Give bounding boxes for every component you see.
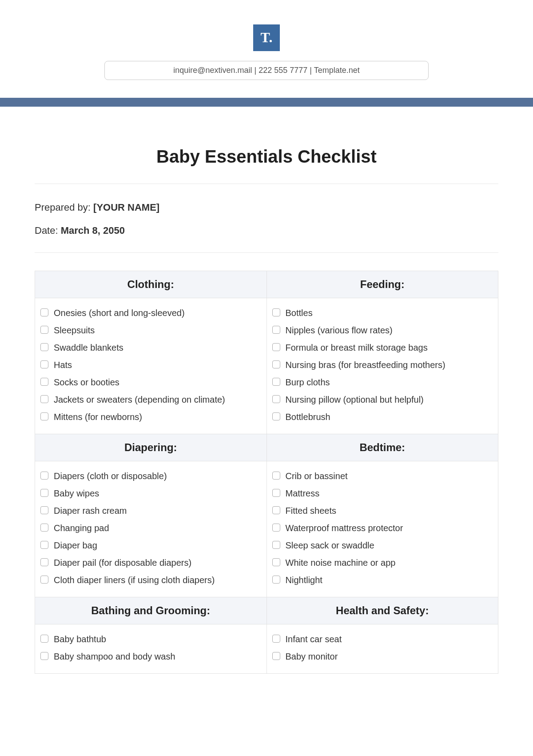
checklist-item: Bottles xyxy=(272,304,493,322)
checklist-item-label: Nursing bras (for breastfeeding mothers) xyxy=(286,359,493,372)
checklist-item: Baby bathtub xyxy=(40,631,261,648)
checklist-item-label: Diapers (cloth or disposable) xyxy=(54,470,261,483)
checklist-item-label: Burp cloths xyxy=(286,376,493,389)
checklist-item-label: Baby monitor xyxy=(286,650,493,663)
checklist-item-label: Swaddle blankets xyxy=(54,341,261,354)
checkbox[interactable] xyxy=(272,326,280,334)
checkbox[interactable] xyxy=(40,576,48,584)
section-header: Clothing: xyxy=(35,271,267,298)
date-value: March 8, 2050 xyxy=(61,225,125,236)
checklist-item: Mattress xyxy=(272,485,493,502)
section-header: Bathing and Grooming: xyxy=(35,597,267,624)
meta-block: Prepared by: [YOUR NAME] Date: March 8, … xyxy=(35,184,498,252)
checklist-table: Clothing:Feeding:Onesies (short and long… xyxy=(35,271,498,674)
checklist-item-label: Diaper rash cream xyxy=(54,504,261,517)
checklist-item: Formula or breast milk storage bags xyxy=(272,339,493,356)
checklist-item: Onesies (short and long-sleeved) xyxy=(40,304,261,322)
checklist-item-label: Cloth diaper liners (if using cloth diap… xyxy=(54,574,261,587)
checkbox[interactable] xyxy=(272,308,280,316)
checklist-item: Fitted sheets xyxy=(272,502,493,520)
checkbox[interactable] xyxy=(272,412,280,420)
checkbox[interactable] xyxy=(40,343,48,351)
checklist-item: Jackets or sweaters (depending on climat… xyxy=(40,391,261,408)
checklist-item: Changing pad xyxy=(40,520,261,537)
checklist-item-label: White noise machine or app xyxy=(286,556,493,569)
checklist-item: Swaddle blankets xyxy=(40,339,261,356)
checkbox[interactable] xyxy=(40,489,48,497)
checkbox[interactable] xyxy=(272,506,280,514)
checkbox[interactable] xyxy=(272,378,280,386)
prepared-by-value: [YOUR NAME] xyxy=(93,202,159,213)
checkbox[interactable] xyxy=(272,635,280,643)
logo-container: T. xyxy=(0,0,533,51)
checklist-item-label: Baby wipes xyxy=(54,487,261,500)
checklist-item-label: Fitted sheets xyxy=(286,504,493,517)
checkbox[interactable] xyxy=(40,378,48,386)
checkbox[interactable] xyxy=(272,558,280,566)
section-header: Feeding: xyxy=(266,271,498,298)
checkbox[interactable] xyxy=(272,343,280,351)
checkbox[interactable] xyxy=(40,524,48,532)
checklist-item: Nursing bras (for breastfeeding mothers) xyxy=(272,356,493,374)
checkbox[interactable] xyxy=(40,506,48,514)
checklist-item: Nursing pillow (optional but helpful) xyxy=(272,391,493,408)
checkbox[interactable] xyxy=(40,541,48,549)
section-header: Bedtime: xyxy=(266,434,498,461)
checkbox[interactable] xyxy=(40,652,48,660)
prepared-by-label: Prepared by: xyxy=(35,202,93,213)
section-items: Diapers (cloth or disposable)Baby wipesD… xyxy=(35,461,267,597)
checklist-item-label: Onesies (short and long-sleeved) xyxy=(54,307,261,320)
checklist-item-label: Diaper pail (for disposable diapers) xyxy=(54,556,261,569)
checklist-item: Diapers (cloth or disposable) xyxy=(40,468,261,485)
checklist-item-label: Sleepsuits xyxy=(54,324,261,337)
checklist-item-label: Mattress xyxy=(286,487,493,500)
section-items: BottlesNipples (various flow rates)Formu… xyxy=(266,298,498,434)
checkbox[interactable] xyxy=(40,558,48,566)
checklist-item: Cloth diaper liners (if using cloth diap… xyxy=(40,572,261,589)
checklist-item-label: Nursing pillow (optional but helpful) xyxy=(286,393,493,406)
checklist-item-label: Formula or breast milk storage bags xyxy=(286,341,493,354)
checkbox[interactable] xyxy=(272,360,280,368)
checkbox[interactable] xyxy=(272,472,280,480)
section-header: Diapering: xyxy=(35,434,267,461)
checkbox[interactable] xyxy=(272,576,280,584)
checkbox[interactable] xyxy=(40,360,48,368)
checklist-item-label: Bottlebrush xyxy=(286,411,493,424)
checkbox[interactable] xyxy=(40,412,48,420)
checklist-item-label: Nipples (various flow rates) xyxy=(286,324,493,337)
checkbox[interactable] xyxy=(272,489,280,497)
checklist-item-label: Mittens (for newborns) xyxy=(54,411,261,424)
checklist-item-label: Baby shampoo and body wash xyxy=(54,650,261,663)
date-label: Date: xyxy=(35,225,61,236)
checklist-item: Socks or booties xyxy=(40,374,261,391)
checklist-item: Waterproof mattress protector xyxy=(272,520,493,537)
date-line: Date: March 8, 2050 xyxy=(35,225,498,236)
checklist-item-label: Waterproof mattress protector xyxy=(286,522,493,535)
checkbox[interactable] xyxy=(272,395,280,403)
page-title: Baby Essentials Checklist xyxy=(35,147,498,167)
checkbox[interactable] xyxy=(272,524,280,532)
checkbox[interactable] xyxy=(40,326,48,334)
checklist-item-label: Nightlight xyxy=(286,574,493,587)
checkbox[interactable] xyxy=(272,541,280,549)
checklist-item: Mittens (for newborns) xyxy=(40,408,261,426)
checklist-item-label: Jackets or sweaters (depending on climat… xyxy=(54,393,261,406)
checklist-item-label: Changing pad xyxy=(54,522,261,535)
checklist-item: Baby wipes xyxy=(40,485,261,502)
checkbox[interactable] xyxy=(40,308,48,316)
checklist-item: Diaper pail (for disposable diapers) xyxy=(40,554,261,572)
checklist-item: Crib or bassinet xyxy=(272,468,493,485)
checkbox[interactable] xyxy=(40,472,48,480)
checklist-item: Bottlebrush xyxy=(272,408,493,426)
checklist-item-label: Hats xyxy=(54,359,261,372)
checklist-item: Baby shampoo and body wash xyxy=(40,648,261,665)
checklist-item: White noise machine or app xyxy=(272,554,493,572)
section-items: Onesies (short and long-sleeved)Sleepsui… xyxy=(35,298,267,434)
checklist-item: Hats xyxy=(40,356,261,374)
checkbox[interactable] xyxy=(40,395,48,403)
checkbox[interactable] xyxy=(272,652,280,660)
contact-bar: inquire@nextiven.mail | 222 555 7777 | T… xyxy=(104,61,429,80)
checkbox[interactable] xyxy=(40,635,48,643)
checklist-item-label: Sleep sack or swaddle xyxy=(286,539,493,552)
checklist-item: Sleep sack or swaddle xyxy=(272,537,493,554)
